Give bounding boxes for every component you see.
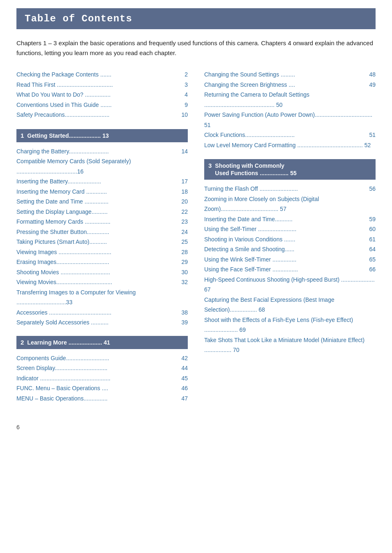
list-item: Power Saving Function (Auto Power Down).… (204, 110, 376, 130)
list-item: Formatting Memory Cards ................… (16, 217, 188, 227)
list-item: Compatible Memory Cards (Sold Separately… (16, 156, 188, 176)
chapter1-list: Charging the Battery....................… (16, 146, 188, 328)
list-item: Screen Display..........................… (16, 363, 188, 373)
col-right: Changing the Sound Settings ......... 48… (204, 69, 376, 412)
list-item: Using the Wink Self-Timer ..............… (204, 255, 376, 265)
list-item: Erasing Images..........................… (16, 257, 188, 267)
list-item: Checking the Package Contents ....... 2 (16, 69, 188, 80)
list-item: Separately Sold Accessories ........... … (16, 317, 188, 328)
list-item: Viewing Movies..........................… (16, 277, 188, 287)
chapter3-header: 3 Shooting with CommonlyUsed Functions .… (204, 159, 376, 180)
list-item: Setting the Date and Time ..............… (16, 197, 188, 207)
chapter2-list: Components Guide........................… (16, 353, 188, 404)
list-item: Safety Precautions......................… (16, 110, 188, 120)
list-item: Indicator ..............................… (16, 373, 188, 384)
list-item: Shooting in Various Conditions ....... 6… (204, 234, 376, 245)
list-item: Take Shots That Look Like a Miniature Mo… (204, 335, 376, 355)
list-item: Setting the Display Language.......... 2… (16, 207, 188, 217)
col-left: Checking the Package Contents ....... 2 … (16, 69, 188, 412)
list-item: Inserting the Date and Time........... 5… (204, 214, 376, 224)
list-item: Read This First ........................… (16, 80, 188, 90)
list-item: Returning the Camera to Default Settings… (204, 90, 376, 110)
page-wrapper: Table of Contents Chapters 1 – 3 explain… (0, 0, 392, 447)
intro-list: Checking the Package Contents ....... 2 … (16, 69, 188, 120)
list-item: Taking Pictures (Smart Auto)........... … (16, 237, 188, 247)
list-item: What Do You Want to Do? ................… (16, 90, 188, 100)
header-title: Table of Contents (25, 13, 132, 24)
toc-header: Table of Contents (16, 8, 376, 29)
list-item: Using the Face Self-Timer ..............… (204, 264, 376, 275)
list-item: Accessories ............................… (16, 308, 188, 318)
list-item: Conventions Used in This Guide ....... 9 (16, 100, 188, 110)
list-item: Shoot with the Effects of a Fish-Eye Len… (204, 315, 376, 335)
list-item: Viewing Images .........................… (16, 247, 188, 257)
toc-columns: Checking the Package Contents ....... 2 … (16, 69, 376, 412)
list-item: Capturing the Best Facial Expressions (B… (204, 295, 376, 315)
list-item: Shooting Movies ........................… (16, 267, 188, 278)
chapter1-header: 1 Getting Started.................... 13 (16, 129, 188, 142)
list-item: Pressing the Shutter Button.............… (16, 227, 188, 237)
list-item: Zooming in More Closely on Subjects (Dig… (204, 194, 376, 214)
list-item: Charging the Battery....................… (16, 146, 188, 157)
list-item: Inserting the Memory Card ............. … (16, 187, 188, 197)
list-item: Low Level Memory Card Formatting .......… (204, 140, 376, 150)
list-item: Using the Self-Timer ...................… (204, 224, 376, 234)
page-number: 6 (16, 424, 376, 430)
list-item: Clock Functions.........................… (204, 130, 376, 140)
list-item: FUNC. Menu – Basic Operations .... 46 (16, 383, 188, 393)
intro-paragraph: Chapters 1 – 3 explain the basic operati… (16, 38, 376, 58)
list-item: Turning the Flash Off ..................… (204, 184, 376, 194)
list-item: Detecting a Smile and Shooting...... 64 (204, 244, 376, 255)
chapter2-header: 2 Learning More ..................... 41 (16, 336, 188, 349)
chapter2-right-list: Changing the Sound Settings ......... 48… (204, 69, 376, 150)
list-item: MENU – Basic Operations............... 4… (16, 393, 188, 404)
list-item: High-Speed Continuous Shooting (High-spe… (204, 275, 376, 295)
list-item: Changing the Screen Brightness .... 49 (204, 80, 376, 90)
list-item: Components Guide........................… (16, 353, 188, 363)
list-item: Transferring Images to a Computer for Vi… (16, 287, 188, 308)
list-item: Changing the Sound Settings ......... 48 (204, 69, 376, 80)
list-item: Inserting the Battery...................… (16, 176, 188, 187)
chapter3-list: Turning the Flash Off ..................… (204, 184, 376, 355)
